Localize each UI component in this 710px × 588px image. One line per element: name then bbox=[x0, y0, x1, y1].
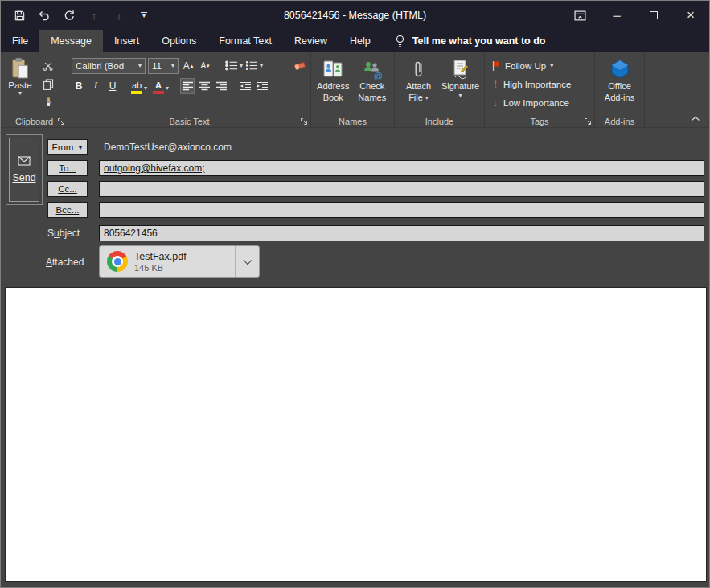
high-importance-button[interactable]: ! High Importance bbox=[491, 76, 591, 92]
attach-file-button[interactable]: Attach File▾ bbox=[399, 56, 439, 103]
shrink-font-button[interactable]: A▾ bbox=[198, 58, 212, 74]
titlebar: ↑ ↓ ▾ 8056421456 - Message (HTML) ─ × bbox=[1, 1, 709, 30]
font-color-button[interactable]: A ▾ bbox=[151, 78, 170, 94]
high-importance-icon: ! bbox=[491, 78, 499, 90]
ribbon-group-include: Attach File▾ Signature ▾ Include bbox=[395, 52, 485, 127]
paste-button[interactable]: Paste ▾ bbox=[4, 56, 36, 109]
copy-button[interactable] bbox=[39, 76, 57, 92]
attach-dropdown-icon: ▾ bbox=[425, 95, 429, 101]
font-size-combo[interactable]: 11 ▾ bbox=[148, 58, 179, 74]
redo-button[interactable] bbox=[62, 8, 76, 23]
attached-label: Attached bbox=[46, 257, 84, 268]
increase-indent-button[interactable] bbox=[255, 78, 269, 94]
bcc-field[interactable] bbox=[99, 202, 704, 218]
underline-button[interactable]: U bbox=[105, 78, 120, 94]
attach-file-label-1: Attach bbox=[406, 81, 431, 92]
tab-insert[interactable]: Insert bbox=[103, 30, 150, 52]
addins-group-label: Add-ins bbox=[595, 117, 644, 126]
collapse-ribbon-button[interactable] bbox=[688, 113, 703, 124]
close-button[interactable]: × bbox=[672, 1, 709, 30]
attachment-chip[interactable]: TestFax.pdf 145 KB bbox=[99, 245, 260, 278]
message-body[interactable] bbox=[5, 287, 707, 582]
tab-options[interactable]: Options bbox=[150, 30, 207, 52]
ribbon-filler bbox=[645, 52, 709, 127]
increase-indent-icon bbox=[256, 81, 269, 91]
quick-access-toolbar: ↑ ↓ ▾ bbox=[1, 8, 151, 23]
maximize-icon bbox=[650, 11, 658, 19]
follow-up-button[interactable]: Follow Up ▾ bbox=[491, 58, 591, 73]
bullets-dropdown-icon: ▾ bbox=[240, 62, 243, 69]
format-painter-button[interactable] bbox=[39, 94, 57, 109]
numbering-button[interactable]: ▾ bbox=[245, 58, 263, 74]
tab-file[interactable]: File bbox=[1, 30, 39, 52]
ribbon-group-basic-text: Calibri (Bod ▾ 11 ▾ A▴ A▾ ▾ bbox=[68, 52, 311, 127]
low-importance-button[interactable]: ↓ Low Importance bbox=[491, 95, 591, 110]
to-field[interactable] bbox=[99, 160, 704, 176]
highlight-button[interactable]: ab ▾ bbox=[129, 78, 149, 94]
decrease-indent-button[interactable] bbox=[238, 78, 252, 94]
signature-label: Signature bbox=[441, 81, 479, 92]
signature-button[interactable]: Signature ▾ bbox=[441, 56, 481, 103]
tab-format-text[interactable]: Format Text bbox=[207, 30, 283, 52]
subject-label: Subject bbox=[47, 228, 80, 239]
include-group-label: Include bbox=[395, 117, 484, 126]
window-title: 8056421456 - Message (HTML) bbox=[284, 10, 426, 21]
attachment-dropdown-button[interactable] bbox=[235, 246, 259, 277]
follow-up-label: Follow Up bbox=[505, 61, 546, 71]
attachment-size: 145 KB bbox=[134, 263, 235, 273]
font-size-dropdown-icon: ▾ bbox=[171, 62, 174, 69]
bold-button[interactable]: B bbox=[72, 78, 86, 94]
ribbon-display-options-button[interactable] bbox=[561, 1, 598, 30]
cut-button[interactable] bbox=[39, 59, 57, 74]
tell-me-box[interactable]: Tell me what you want to do bbox=[395, 30, 546, 52]
save-button[interactable] bbox=[12, 8, 27, 23]
bcc-button[interactable]: Bcc... bbox=[47, 202, 88, 218]
to-button[interactable]: To... bbox=[47, 160, 88, 176]
tab-message[interactable]: Message bbox=[39, 30, 103, 52]
chrome-icon bbox=[107, 251, 128, 272]
check-names-button[interactable]: @ Check Names bbox=[354, 56, 392, 103]
send-button[interactable]: Send bbox=[9, 138, 39, 202]
clipboard-small-buttons bbox=[39, 56, 57, 109]
names-content: Address Book @ Check Names bbox=[314, 56, 391, 103]
tab-review[interactable]: Review bbox=[283, 30, 339, 52]
maximize-button[interactable] bbox=[635, 1, 672, 30]
send-frame: Send bbox=[6, 134, 43, 205]
align-center-button[interactable] bbox=[197, 78, 211, 94]
clipboard-dialog-launcher[interactable] bbox=[56, 117, 65, 125]
signature-dropdown-icon: ▾ bbox=[458, 93, 462, 98]
office-addins-button[interactable]: Office Add-ins bbox=[600, 56, 640, 103]
cc-field[interactable] bbox=[99, 181, 704, 197]
undo-button[interactable] bbox=[37, 8, 51, 23]
tab-help[interactable]: Help bbox=[339, 30, 382, 52]
addins-content: Office Add-ins bbox=[598, 56, 641, 103]
cc-button[interactable]: Cc... bbox=[47, 181, 88, 197]
paste-icon bbox=[11, 57, 29, 80]
grow-font-button[interactable]: A▴ bbox=[181, 58, 195, 74]
move-up-button[interactable]: ↑ bbox=[87, 8, 101, 23]
from-button[interactable]: From ▼ bbox=[47, 139, 88, 155]
office-addins-label-1: Office bbox=[608, 81, 631, 92]
italic-button[interactable]: I bbox=[88, 78, 103, 94]
minimize-button[interactable]: ─ bbox=[598, 1, 635, 30]
bullets-button[interactable]: ▾ bbox=[225, 58, 243, 74]
align-left-button[interactable] bbox=[180, 78, 195, 94]
address-book-button[interactable]: Address Book bbox=[314, 56, 352, 103]
clear-formatting-button[interactable] bbox=[293, 58, 307, 74]
customize-qat-button[interactable]: ▾ bbox=[137, 8, 151, 23]
clear-formatting-icon bbox=[293, 60, 306, 72]
font-name-combo[interactable]: Calibri (Bod ▾ bbox=[72, 58, 146, 74]
scissors-icon bbox=[43, 61, 54, 72]
collapse-ribbon-icon bbox=[691, 116, 700, 121]
tags-dialog-launcher[interactable] bbox=[583, 117, 592, 125]
shrink-font-icon: ▾ bbox=[207, 64, 210, 68]
low-importance-label: Low Importance bbox=[503, 98, 569, 108]
subject-field[interactable] bbox=[99, 225, 704, 241]
basic-text-dialog-launcher[interactable] bbox=[299, 117, 308, 125]
align-right-button[interactable] bbox=[214, 78, 228, 94]
dialog-launcher-icon bbox=[300, 117, 308, 125]
grow-font-icon: ▴ bbox=[191, 64, 194, 68]
basic-text-row-1: Calibri (Bod ▾ 11 ▾ A▴ A▾ ▾ bbox=[72, 56, 307, 76]
move-down-button[interactable]: ↓ bbox=[112, 8, 126, 23]
undo-icon bbox=[38, 9, 51, 22]
